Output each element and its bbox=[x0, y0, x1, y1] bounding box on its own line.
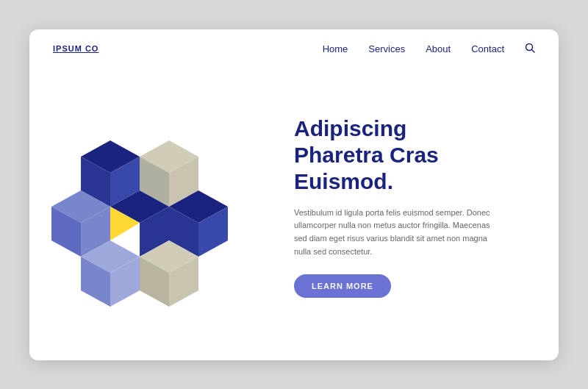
headline-line3: Euismod. bbox=[294, 169, 393, 193]
hero-content: Adipiscing Pharetra Cras Euismod. Vestib… bbox=[279, 115, 535, 298]
nav-contact[interactable]: Contact bbox=[471, 43, 504, 54]
nav: Home Services About Contact bbox=[323, 43, 535, 55]
header: IPSUM CO Home Services About Contact bbox=[29, 29, 559, 68]
logo[interactable]: IPSUM CO bbox=[53, 44, 98, 53]
main-card: IPSUM CO Home Services About Contact bbox=[29, 29, 559, 360]
headline-line2: Pharetra Cras bbox=[294, 143, 439, 167]
hero-illustration bbox=[29, 68, 279, 346]
svg-line-1 bbox=[532, 49, 535, 52]
nav-home[interactable]: Home bbox=[323, 43, 348, 54]
hero-body: Vestibulum id ligula porta felis euismod… bbox=[294, 207, 500, 258]
nav-services[interactable]: Services bbox=[368, 43, 405, 54]
learn-more-button[interactable]: LEARN MORE bbox=[294, 274, 391, 298]
search-icon[interactable] bbox=[525, 43, 535, 55]
nav-about[interactable]: About bbox=[426, 43, 451, 54]
headline-line1: Adipiscing bbox=[294, 116, 406, 140]
hero-headline: Adipiscing Pharetra Cras Euismod. bbox=[294, 115, 535, 195]
main-content: Adipiscing Pharetra Cras Euismod. Vestib… bbox=[29, 68, 559, 360]
